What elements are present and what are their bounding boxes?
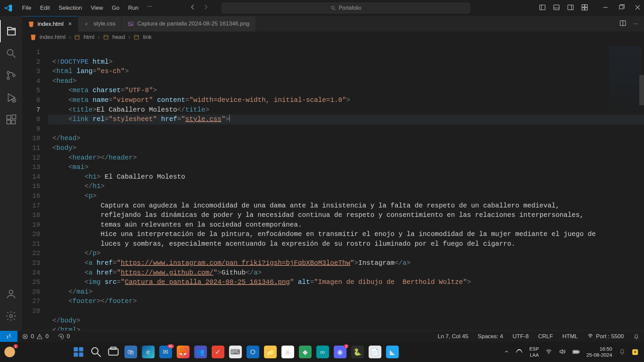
code-text: es-ch (101, 67, 121, 75)
menu-file[interactable]: File (18, 3, 35, 13)
tabbar: index.html × # style.css Captura de pant… (22, 16, 644, 32)
minimap[interactable] (609, 46, 641, 120)
tb-notepad-icon[interactable]: 📄 (369, 346, 381, 358)
status-language[interactable]: HTML (558, 333, 583, 340)
tab-index-html[interactable]: index.html × (22, 16, 78, 32)
code-text: https://www.github.com/ (121, 269, 213, 277)
svg-point-26 (590, 336, 591, 337)
tb-firefox-icon[interactable]: 🦊 (177, 346, 190, 358)
split-editor-icon[interactable] (619, 19, 627, 28)
menu-go[interactable]: Go (108, 3, 123, 13)
tb-explorer-icon[interactable]: 📁 (264, 346, 277, 358)
activity-explorer-icon[interactable] (0, 20, 22, 42)
activity-account-icon[interactable] (0, 283, 22, 305)
layout-customize-icon[interactable] (581, 4, 588, 13)
tb-overflow-icon[interactable] (504, 349, 509, 355)
tab-screenshot-png[interactable]: Captura de pantalla 2024-08-25 161346.pn… (122, 16, 256, 32)
tb-discord-icon[interactable]: ◉ (334, 346, 346, 358)
tab-more-icon[interactable]: ··· (633, 20, 638, 27)
activity-scm-icon[interactable] (0, 64, 22, 86)
activity-bar (0, 16, 22, 330)
svg-rect-7 (585, 7, 587, 10)
tb-date[interactable]: 25-08-2024 (586, 352, 612, 358)
status-ports-count: 0 (67, 333, 70, 340)
tb-store-icon[interactable]: 🛍 (124, 346, 137, 358)
tb-copilot-pre-icon[interactable]: ✦ (632, 349, 638, 355)
code-area[interactable]: <!DOCTYPE html> <html lang="es-ch"> <hea… (48, 43, 644, 330)
activity-debug-icon[interactable] (0, 86, 22, 109)
command-center-text: Portafolio (339, 5, 362, 11)
code-text: El Caballero Molesto (97, 106, 177, 114)
code-text: Captura con agudeza la incomodidad de un… (101, 202, 559, 209)
breadcrumb[interactable]: index.html › html › head › link (22, 32, 644, 43)
activity-settings-icon[interactable] (0, 305, 22, 327)
layout-sidebar-left-icon[interactable] (539, 4, 546, 13)
layout-panel-icon[interactable] (553, 4, 560, 13)
tb-lang[interactable]: ESP (529, 346, 539, 352)
window-minimize-icon[interactable] (602, 4, 609, 12)
remote-indicator-icon[interactable] (0, 331, 17, 342)
tb-teams-icon[interactable]: 👥 (194, 346, 207, 358)
svg-rect-5 (585, 4, 587, 7)
tb-onedrive-icon[interactable] (516, 348, 523, 356)
status-bell-icon[interactable] (629, 334, 644, 340)
tb-python-icon[interactable]: 🐍 (351, 346, 364, 358)
status-ports[interactable]: 0 (53, 333, 74, 340)
activity-extensions-icon[interactable] (0, 109, 22, 131)
breadcrumb-seg: html (84, 34, 94, 41)
tab-style-css[interactable]: # style.css (78, 16, 122, 32)
tb-mail-icon[interactable]: ✉ (159, 346, 172, 358)
tb-volume-icon[interactable] (559, 348, 566, 356)
editor[interactable]: 1234567891011121314151617181920212223242… (22, 43, 644, 330)
code-text: reflejando las dinámicas de poder y la n… (101, 211, 584, 219)
menu-edit[interactable]: Edit (36, 3, 54, 13)
svg-rect-2 (554, 5, 559, 10)
status-cursor[interactable]: Ln 7, Col 45 (433, 333, 473, 340)
tb-arduino-icon[interactable]: ∞ (316, 346, 329, 358)
tb-powertoys-icon[interactable]: ⌨ (229, 346, 242, 358)
tb-search-icon[interactable] (90, 346, 102, 358)
nav-back-icon[interactable] (190, 4, 196, 12)
window-maximize-icon[interactable] (618, 4, 625, 12)
tb-vscode-icon[interactable]: ◣ (386, 346, 399, 358)
svg-point-12 (13, 74, 15, 76)
tb-outlook-icon[interactable]: O (247, 346, 259, 358)
menu: File Edit Selection View Go Run ··· (18, 3, 156, 13)
tb-keyboard[interactable]: LAA (530, 352, 539, 358)
nav-forward-icon (202, 4, 209, 12)
tb-taskview-icon[interactable] (107, 346, 120, 358)
tb-edge-icon[interactable]: e (142, 346, 155, 358)
tb-wifi-icon[interactable] (545, 348, 552, 356)
layout-sidebar-right-icon[interactable] (567, 4, 574, 13)
status-liveserver[interactable]: Port : 5500 (583, 333, 629, 340)
status-encoding[interactable]: UTF-8 (508, 333, 533, 340)
code-text: Captura de pantalla 2024-08-25 161346.pn… (125, 278, 290, 286)
tb-todoist-icon[interactable]: ✓ (212, 346, 224, 358)
svg-point-19 (10, 315, 13, 318)
tb-start-icon[interactable] (72, 346, 85, 358)
svg-point-22 (129, 23, 130, 24)
tb-time[interactable]: 16:50 (586, 346, 612, 352)
tb-battery-icon[interactable] (572, 348, 580, 356)
tab-close-icon[interactable]: × (68, 20, 72, 27)
command-center[interactable]: Portafolio (222, 3, 470, 13)
breadcrumb-seg: link (143, 34, 152, 41)
window-close-icon[interactable] (634, 4, 641, 12)
svg-text:#: # (85, 22, 88, 26)
status-eol[interactable]: CRLF (533, 333, 557, 340)
status-spaces[interactable]: Spaces: 4 (473, 333, 508, 340)
menu-view[interactable]: View (87, 3, 107, 13)
tb-notifications-icon[interactable] (619, 348, 626, 356)
menu-selection[interactable]: Selection (55, 3, 86, 13)
svg-rect-38 (574, 351, 578, 353)
menu-run[interactable]: Run (124, 3, 143, 13)
code-text: luces y sombras, especialmente acentuand… (101, 240, 515, 248)
menu-more-icon[interactable]: ··· (143, 3, 156, 13)
activity-search-icon[interactable] (0, 42, 22, 64)
scrollbar-vertical[interactable] (639, 75, 644, 105)
svg-rect-37 (579, 351, 580, 353)
status-problems[interactable]: 0 0 (17, 333, 53, 340)
tb-app-icon[interactable]: ◆ (299, 346, 312, 358)
tb-copilot-icon[interactable] (3, 346, 16, 358)
tb-chrome-icon[interactable]: ◉ (281, 346, 294, 358)
